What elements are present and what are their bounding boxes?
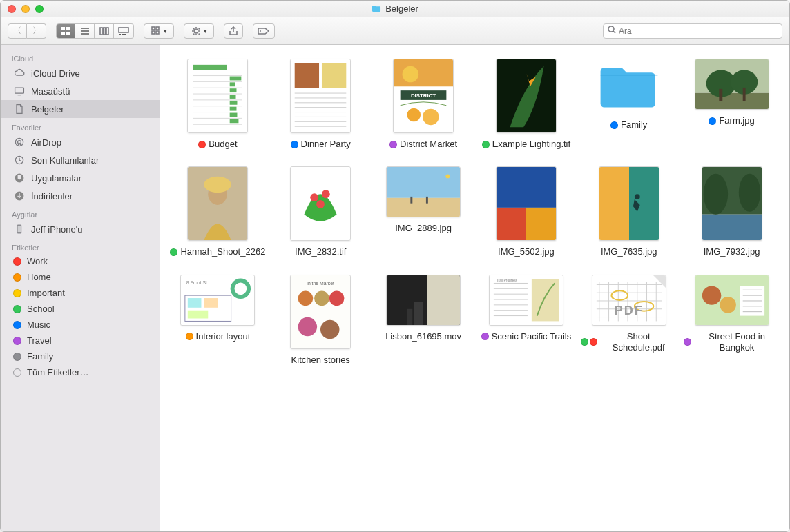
sidebar-item-label: Jeff iPhone'u (31, 224, 83, 235)
arrange-button[interactable]: ▾ (144, 23, 174, 39)
sidebar-item[interactable]: AirDrop (1, 133, 160, 151)
file-item[interactable]: IMG_2889.jpg (374, 166, 473, 257)
file-label: Lisbon_61695.mov (385, 331, 461, 342)
file-item[interactable]: Budget (168, 59, 267, 150)
file-thumbnail (496, 59, 557, 133)
search-input[interactable] (619, 26, 778, 36)
file-item[interactable]: Dinner Party (271, 59, 370, 150)
airdrop-icon (13, 136, 26, 148)
sidebar-item-label: Masaüstü (31, 86, 70, 97)
file-thumbnail (695, 275, 769, 326)
icon-view-button[interactable] (56, 23, 75, 39)
gallery-view-button[interactable] (114, 23, 134, 39)
titlebar: Belgeler (1, 1, 789, 17)
file-label: IMG_7932.jpg (704, 246, 760, 257)
sidebar-item[interactable]: Jeff iPhone'u (1, 220, 160, 238)
file-name: Example Lighting.tif (492, 139, 570, 150)
svg-point-61 (407, 108, 421, 122)
file-label: Shoot Schedule.pdf (581, 331, 677, 354)
svg-point-104 (298, 317, 317, 335)
svg-rect-12 (156, 27, 159, 30)
sidebar-item[interactable]: Tüm Etiketler… (1, 364, 160, 380)
file-item[interactable]: 8 Front StInterior layout (168, 275, 267, 366)
file-item[interactable]: Street Food in Bangkok (682, 275, 781, 366)
sidebar-item[interactable]: Music (1, 317, 160, 333)
sidebar-section-header: iCloud (1, 49, 160, 64)
sidebar-item[interactable]: Important (1, 285, 160, 301)
file-browser[interactable]: BudgetDinner PartyDISTRICTDistrict Marke… (160, 45, 789, 531)
sidebar-item-label: Uygulamalar (31, 173, 81, 184)
file-name: IMG_7932.jpg (704, 246, 760, 257)
tag-dot-icon (684, 338, 691, 346)
svg-point-76 (316, 200, 325, 208)
tags-button[interactable] (253, 23, 275, 39)
file-tags (610, 121, 618, 129)
list-view-button[interactable] (75, 23, 95, 39)
svg-rect-4 (100, 28, 102, 35)
file-item[interactable]: DISTRICTDistrict Market (374, 59, 473, 150)
sidebar-item[interactable]: Home (1, 269, 160, 285)
tag-dot-icon (590, 338, 597, 346)
tag-dot-icon (389, 141, 397, 148)
sidebar-item-label: Travel (27, 335, 52, 346)
svg-point-19 (15, 138, 23, 146)
file-thumbnail (290, 59, 351, 133)
tag-dot-icon (13, 257, 21, 266)
file-label: Scenic Pacific Trails (481, 331, 572, 342)
sidebar-item[interactable]: Belgeler (1, 100, 160, 118)
sidebar-item[interactable]: Family (1, 348, 160, 364)
file-item[interactable]: Lisbon_61695.mov (374, 275, 473, 366)
svg-rect-0 (61, 27, 65, 30)
svg-rect-77 (387, 167, 460, 198)
file-name: Kitchen stories (291, 355, 350, 366)
forward-button[interactable]: 〉 (27, 23, 46, 39)
back-button[interactable]: 〈 (8, 23, 27, 39)
svg-rect-1 (66, 27, 70, 30)
sidebar-item[interactable]: iCloud Drive (1, 64, 160, 82)
file-tags (170, 248, 177, 256)
file-item[interactable]: Family (579, 59, 678, 150)
svg-rect-5 (103, 28, 105, 35)
file-tags (709, 117, 716, 125)
file-item[interactable]: Trail ProgressScenic Pacific Trails (476, 275, 575, 366)
sidebar-item[interactable]: İndirilenler (1, 187, 160, 205)
svg-rect-80 (410, 197, 412, 204)
sidebar-item[interactable]: Travel (1, 333, 160, 348)
file-tags (581, 338, 597, 346)
file-item[interactable]: IMG_7932.jpg (682, 166, 781, 257)
share-button[interactable] (224, 23, 243, 39)
svg-rect-46 (295, 63, 319, 88)
sidebar-item[interactable]: Son Kullanılanlar (1, 151, 160, 169)
nav-buttons: 〈 〉 (8, 23, 46, 39)
svg-rect-7 (119, 28, 128, 32)
file-item[interactable]: Example Lighting.tif (476, 59, 575, 150)
svg-rect-40 (230, 95, 236, 99)
file-thumbnail (386, 166, 461, 217)
sidebar-item[interactable]: School (1, 301, 160, 317)
desktop-icon (13, 85, 26, 97)
column-view-button[interactable] (95, 23, 114, 39)
sidebar-item[interactable]: Masaüstü (1, 82, 160, 100)
file-item[interactable]: PDFShoot Schedule.pdf (579, 275, 678, 366)
svg-rect-18 (15, 88, 24, 93)
file-label: District Market (389, 139, 457, 150)
file-item[interactable]: IMG_5502.jpg (476, 166, 575, 257)
svg-point-75 (322, 190, 330, 199)
file-item[interactable]: IMG_7635.jpg (579, 166, 678, 257)
sidebar-item[interactable]: Uygulamalar (1, 169, 160, 187)
file-item[interactable]: In the MarketKitchen stories (271, 275, 370, 366)
file-thumbnail (599, 166, 659, 241)
search-field[interactable] (603, 23, 782, 39)
action-button[interactable]: ▾ (184, 23, 214, 39)
cloud-icon (13, 67, 26, 79)
svg-rect-99 (291, 275, 350, 348)
file-item[interactable]: Farm.jpg (682, 59, 781, 150)
svg-point-79 (445, 175, 450, 179)
sidebar-item-label: Belgeler (31, 104, 64, 115)
svg-rect-2 (61, 32, 65, 35)
file-item[interactable]: Hannah_Shoot_2262 (168, 166, 267, 257)
svg-rect-11 (152, 27, 155, 30)
file-item[interactable]: IMG_2832.tif (271, 166, 370, 257)
file-label: Farm.jpg (709, 115, 754, 126)
sidebar-item[interactable]: Work (1, 253, 160, 269)
